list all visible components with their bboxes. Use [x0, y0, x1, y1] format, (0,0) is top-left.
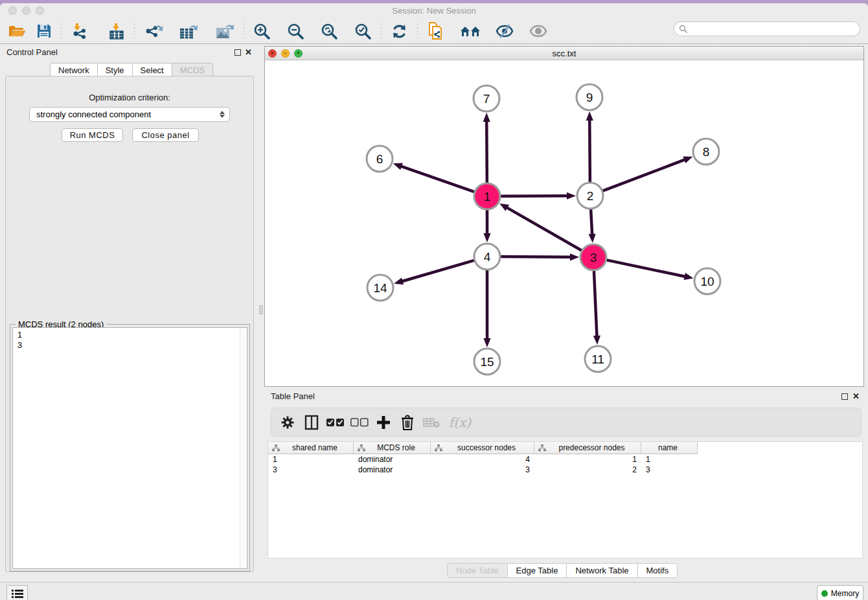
result-scrollbar[interactable] [240, 328, 247, 568]
cell-MCDS-role[interactable]: dominator [354, 455, 431, 464]
apply-layout-button[interactable] [385, 21, 413, 41]
search-input[interactable] [688, 25, 860, 34]
control-panel-close-button[interactable]: ✕ [245, 47, 252, 57]
column-header-successor-nodes[interactable]: successor nodes [431, 442, 534, 454]
node-label: 7 [483, 92, 490, 106]
zoom-out-button[interactable] [282, 21, 310, 41]
zoom-selected-button[interactable] [349, 21, 377, 41]
graph-node-6[interactable]: 6 [367, 146, 393, 172]
import-table-button[interactable] [103, 21, 130, 41]
task-history-button[interactable] [6, 585, 28, 600]
graph-edge-3-1[interactable] [506, 207, 582, 251]
graph-edge-2-9[interactable] [589, 119, 590, 183]
select-all-checkboxes-button[interactable] [326, 412, 345, 433]
graph-node-8[interactable]: 8 [693, 139, 719, 165]
show-all-button[interactable] [524, 21, 553, 41]
column-type-icon [435, 444, 442, 452]
cell-successor-nodes[interactable]: 3 [431, 465, 534, 474]
search-field[interactable] [674, 21, 860, 36]
tab-edge-table[interactable]: Edge Table [507, 563, 567, 578]
graph-node-7[interactable]: 7 [474, 86, 499, 111]
criterion-value: strongly connected component [36, 110, 151, 119]
column-header-predecessor-nodes[interactable]: predecessor nodes [534, 442, 641, 454]
graph-edge-4-14[interactable] [401, 260, 475, 282]
column-header-name[interactable]: name [641, 442, 698, 454]
table-settings-button[interactable] [278, 412, 297, 433]
new-network-from-selection-button[interactable] [422, 21, 450, 41]
run-mcds-button[interactable]: Run MCDS [62, 128, 123, 142]
graph-edge-1-7[interactable] [486, 120, 487, 183]
graph-edge-3-10[interactable] [606, 260, 687, 277]
tab-network[interactable]: Network [50, 63, 97, 76]
first-neighbors-button[interactable] [454, 21, 486, 41]
network-canvas[interactable]: 7968124314101511 [265, 60, 863, 386]
export-network-button[interactable] [139, 21, 168, 41]
cell-successor-nodes[interactable]: 4 [431, 455, 534, 464]
tab-node-table[interactable]: Node Table [447, 563, 507, 578]
delete-table-icon [423, 417, 440, 428]
export-image-button[interactable] [210, 21, 240, 41]
export-table-button[interactable] [174, 21, 203, 41]
graph-edge-3-11[interactable] [594, 270, 597, 338]
graph-node-1[interactable]: 1 [474, 183, 500, 209]
zoom-in-button[interactable] [248, 21, 276, 41]
cell-shared-name[interactable]: 1 [268, 455, 354, 464]
deselect-all-checkboxes-button[interactable] [350, 412, 369, 433]
graph-node-14[interactable]: 14 [367, 275, 393, 301]
cell-shared-name[interactable]: 3 [268, 465, 354, 474]
table-panel-float-button[interactable] [841, 393, 848, 400]
close-panel-button[interactable]: Close panel [132, 128, 199, 142]
cell-name[interactable]: 1 [641, 455, 698, 464]
graph-edge-2-3[interactable] [591, 209, 592, 236]
graph-edge-4-3[interactable] [500, 257, 572, 257]
tab-mcds[interactable]: MCDS [172, 63, 213, 76]
network-window-titlebar[interactable]: × − + scc.txt [265, 47, 863, 60]
delete-column-button[interactable] [398, 412, 417, 433]
save-session-button[interactable] [31, 21, 57, 41]
export-network-icon [144, 23, 163, 40]
tab-motifs[interactable]: Motifs [637, 563, 678, 578]
network-view-window: × − + scc.txt 7968124314101511 [264, 46, 864, 387]
tab-network-table[interactable]: Network Table [566, 563, 637, 578]
table-row[interactable]: 1dominator411 [268, 454, 862, 465]
create-column-button[interactable] [374, 412, 393, 433]
mcds-result-list[interactable]: 1 3 [12, 327, 247, 569]
column-header-label: shared name [283, 443, 353, 452]
vertical-splitter[interactable] [258, 44, 264, 582]
graph-node-11[interactable]: 11 [585, 346, 611, 372]
table-panel-close-button[interactable]: ✕ [852, 391, 860, 401]
cell-predecessor-nodes[interactable]: 1 [534, 455, 641, 464]
graph-node-10[interactable]: 10 [694, 268, 720, 294]
graph-node-9[interactable]: 9 [577, 84, 602, 110]
graph-node-4[interactable]: 4 [474, 244, 500, 270]
node-label: 4 [484, 250, 491, 264]
graph-edge-1-6[interactable] [400, 166, 475, 192]
column-header-label: predecessor nodes [549, 443, 641, 452]
tab-style[interactable]: Style [97, 63, 132, 76]
table-row[interactable]: 3dominator323 [268, 465, 862, 475]
toolbar-separator [244, 21, 244, 41]
column-header-label: successor nodes [446, 443, 534, 452]
mcds-panel: Optimization criterion: strongly connect… [5, 76, 254, 572]
import-network-button[interactable] [65, 21, 94, 41]
show-columns-button[interactable] [302, 412, 321, 433]
graph-node-3[interactable]: 3 [580, 244, 606, 270]
open-session-button[interactable] [3, 21, 31, 41]
zoom-fit-icon [321, 23, 338, 40]
graph-node-2[interactable]: 2 [577, 183, 603, 209]
cell-predecessor-nodes[interactable]: 2 [534, 465, 641, 474]
column-header-MCDS-role[interactable]: MCDS role [354, 442, 431, 454]
cell-MCDS-role[interactable]: dominator [354, 465, 431, 474]
column-header-shared-name[interactable]: shared name [268, 442, 354, 454]
graph-edge-1-2[interactable] [500, 196, 569, 196]
tab-select[interactable]: Select [132, 63, 172, 76]
control-panel-float-button[interactable] [234, 49, 241, 56]
cell-name[interactable]: 3 [641, 465, 698, 474]
zoom-fit-button[interactable] [315, 21, 343, 41]
criterion-select[interactable]: strongly connected component [29, 107, 230, 122]
splitter-grip[interactable] [259, 305, 263, 314]
hide-selected-button[interactable] [490, 21, 519, 41]
graph-edge-2-8[interactable] [602, 159, 686, 191]
graph-node-15[interactable]: 15 [474, 349, 500, 375]
memory-button[interactable]: Memory [817, 585, 863, 600]
